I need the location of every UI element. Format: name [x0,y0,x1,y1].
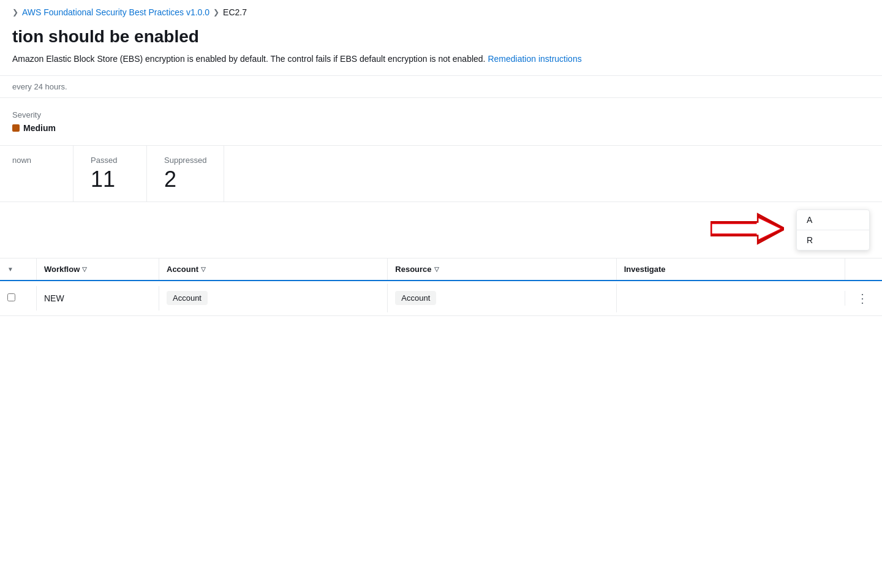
dropdown-item-r[interactable]: R [797,230,869,250]
td-checkbox[interactable] [0,286,37,311]
dropdown-item-a[interactable]: A [797,210,869,230]
table-header: ▼ Workflow ▽ Account ▽ Resource ▽ Invest… [0,258,882,281]
severity-section: Severity Medium [0,98,882,146]
row-checkbox[interactable] [7,293,15,301]
table-row: NEW Account Account ⋮ [0,281,882,316]
th-investigate-label: Investigate [624,265,666,274]
th-workflow[interactable]: Workflow ▽ [37,258,159,280]
resource-sort-icon: ▽ [434,266,439,273]
kebab-button[interactable]: ⋮ [853,288,872,308]
td-resource: Account [388,284,616,312]
th-workflow-label: Workflow [44,265,80,274]
th-actions [845,258,882,280]
page-header: tion should be enabled Amazon Elastic Bl… [0,24,882,76]
remediation-link[interactable]: Remediation instructions [488,54,581,64]
breadcrumb-current: EC2.7 [223,7,247,17]
action-dropdown: A R [796,209,870,251]
description-text: Amazon Elastic Block Store (EBS) encrypt… [12,54,486,64]
severity-label: Severity [12,110,870,119]
action-area: A R [0,202,882,258]
stat-suppressed: Suppressed 2 [147,146,224,202]
td-kebab[interactable]: ⋮ [845,281,882,315]
page-title: tion should be enabled [0,27,870,47]
severity-value: Medium [12,123,870,133]
stat-suppressed-label: Suppressed [164,156,206,165]
stat-unknown: nown [0,146,74,202]
stat-passed: Passed 11 [74,146,147,202]
th-account-label: Account [167,265,198,274]
severity-text: Medium [23,123,56,133]
breadcrumb-separator: ❯ [213,8,219,17]
stat-unknown-label: nown [12,156,56,165]
severity-dot [12,124,20,132]
th-sort-checkbox: ▼ [7,266,13,273]
update-notice-text: every 24 hours. [12,82,67,91]
stats-row: nown Passed 11 Suppressed 2 [0,146,882,202]
th-investigate: Investigate [617,258,845,280]
stat-passed-label: Passed [91,156,129,165]
resource-badge: Account [395,291,436,305]
account-badge: Account [167,291,208,305]
breadcrumb: ❯ AWS Foundational Security Best Practic… [0,0,882,24]
breadcrumb-chevron: ❯ [12,8,18,17]
update-notice: every 24 hours. [0,76,882,98]
arrow-annotation [710,211,784,249]
workflow-sort-icon: ▽ [82,266,87,273]
td-investigate [617,291,845,306]
th-account[interactable]: Account ▽ [159,258,388,280]
td-workflow: NEW [37,286,159,311]
findings-table: ▼ Workflow ▽ Account ▽ Resource ▽ Invest… [0,258,882,316]
td-account: Account [159,284,388,312]
account-sort-icon: ▽ [201,266,206,273]
breadcrumb-link-standard[interactable]: AWS Foundational Security Best Practices… [22,7,209,17]
th-resource[interactable]: Resource ▽ [388,258,616,280]
th-resource-label: Resource [395,265,431,274]
th-checkbox[interactable]: ▼ [0,258,37,280]
page-description: Amazon Elastic Block Store (EBS) encrypt… [12,53,870,66]
stat-passed-value: 11 [91,167,129,192]
stat-suppressed-value: 2 [164,167,206,192]
workflow-value: NEW [44,293,64,303]
